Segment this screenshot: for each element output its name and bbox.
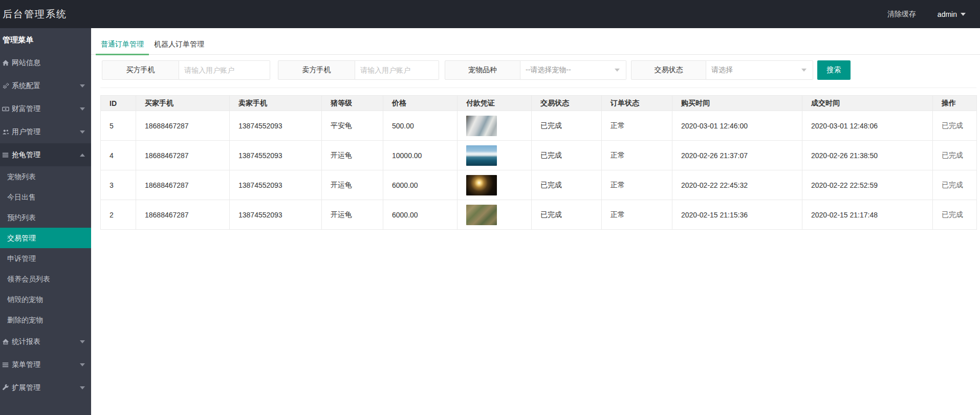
- sidebar-subitem[interactable]: 领养会员列表: [0, 269, 91, 289]
- column-header: 价格: [383, 96, 458, 111]
- sidebar-section-title: 管理菜单: [0, 28, 91, 51]
- voucher-cell: [458, 200, 532, 230]
- chevron-down-icon: [80, 340, 85, 343]
- sidebar-item-6[interactable]: 菜单管理: [0, 353, 91, 376]
- table-body: 51868846728713874552093平安龟500.00已完成正常202…: [101, 111, 977, 230]
- tab-1[interactable]: 机器人订单管理: [149, 38, 209, 55]
- column-header: 猪等级: [322, 96, 383, 111]
- chevron-down-icon: [80, 130, 85, 134]
- table-row: 21868846728713874552093开运龟6000.00已完成正常20…: [101, 200, 977, 230]
- cell-deal_time: 2020-02-22 22:52:59: [802, 170, 933, 200]
- chevron-down-icon: [961, 13, 966, 16]
- cell-order_status: 正常: [602, 170, 672, 200]
- sidebar-item-5[interactable]: 统计报表: [0, 330, 91, 353]
- cell-action: 已完成: [933, 141, 977, 170]
- sidebar-subitem[interactable]: 交易管理: [0, 228, 91, 248]
- orders-table-wrap: ID买家手机卖家手机猪等级价格付款凭证交易状态订单状态购买时间成交时间操作 51…: [100, 95, 976, 230]
- cell-trade_status: 已完成: [532, 111, 602, 141]
- sidebar-subitem[interactable]: 今日出售: [0, 187, 91, 207]
- search-button[interactable]: 搜索: [817, 60, 851, 80]
- wrench-icon: [2, 384, 9, 391]
- cell-seller: 13874552093: [230, 200, 322, 230]
- main-content: 普通订单管理机器人订单管理 买方手机 卖方手机 宠物品种 --请选择宠物-- 交…: [91, 28, 980, 415]
- cell-grade: 开运龟: [322, 170, 383, 200]
- orders-table: ID买家手机卖家手机猪等级价格付款凭证交易状态订单状态购买时间成交时间操作 51…: [100, 95, 977, 230]
- cell-seller: 13874552093: [230, 170, 322, 200]
- chevron-down-icon: [80, 386, 85, 389]
- seller-phone-label: 卖方手机: [278, 60, 355, 80]
- cell-buyer: 18688467287: [136, 200, 230, 230]
- sidebar-item-label: 抢龟管理: [12, 150, 80, 160]
- pet-type-select-value: --请选择宠物--: [526, 65, 571, 75]
- cell-price: 6000.00: [383, 200, 458, 230]
- sidebar-item-0[interactable]: 网站信息: [0, 51, 91, 74]
- pet-type-label: 宠物品种: [445, 60, 520, 80]
- sidebar-item-1[interactable]: 系统配置: [0, 74, 91, 97]
- cell-seller: 13874552093: [230, 141, 322, 170]
- sidebar-item-label: 系统配置: [12, 81, 80, 91]
- cell-deal_time: 2020-02-15 21:17:48: [802, 200, 933, 230]
- cell-id: 4: [101, 141, 136, 170]
- cell-id: 2: [101, 200, 136, 230]
- cell-grade: 平安龟: [322, 111, 383, 141]
- sidebar-subitem[interactable]: 销毁的宠物: [0, 289, 91, 310]
- cell-deal_time: 2020-02-26 21:38:50: [802, 141, 933, 170]
- trade-status-label: 交易状态: [631, 60, 706, 80]
- sidebar-item-label: 统计报表: [12, 337, 80, 346]
- tab-bar: 普通订单管理机器人订单管理: [91, 28, 980, 55]
- cell-id: 3: [101, 170, 136, 200]
- cell-trade_status: 已完成: [532, 141, 602, 170]
- trade-status-select[interactable]: 请选择: [706, 60, 813, 80]
- voucher-cell: [458, 170, 532, 200]
- column-header: 买家手机: [136, 96, 230, 111]
- sidebar-subitem[interactable]: 删除的宠物: [0, 310, 91, 330]
- cell-order_status: 正常: [602, 111, 672, 141]
- cell-id: 5: [101, 111, 136, 141]
- sidebar-subitem[interactable]: 申诉管理: [0, 248, 91, 269]
- table-row: 31868846728713874552093开运龟6000.00已完成正常20…: [101, 170, 977, 200]
- gears-icon: [2, 82, 9, 90]
- sidebar-item-3[interactable]: 用户管理: [0, 120, 91, 143]
- column-header: ID: [101, 96, 136, 111]
- voucher-image-blue-mountain-photo[interactable]: [466, 145, 497, 166]
- cell-buy_time: 2020-03-01 12:46:00: [672, 111, 802, 141]
- sidebar-subitem[interactable]: 宠物列表: [0, 166, 91, 187]
- column-header: 卖家手机: [230, 96, 322, 111]
- filter-bar: 买方手机 卖方手机 宠物品种 --请选择宠物-- 交易状态 请选择 搜索: [102, 60, 980, 80]
- voucher-image-gray-fabric-photo[interactable]: [466, 116, 497, 136]
- cell-buy_time: 2020-02-15 21:15:36: [672, 200, 802, 230]
- user-menu[interactable]: admin: [938, 10, 966, 18]
- sidebar-nav: 网站信息系统配置财富管理用户管理抢龟管理宠物列表今日出售预约列表交易管理申诉管理…: [0, 51, 91, 399]
- column-header: 操作: [933, 96, 977, 111]
- users-icon: [2, 128, 9, 136]
- sidebar-item-4[interactable]: 抢龟管理: [0, 143, 91, 166]
- cell-action: 已完成: [933, 200, 977, 230]
- cell-deal_time: 2020-03-01 12:48:06: [802, 111, 933, 141]
- app-title: 后台管理系统: [0, 8, 67, 21]
- cell-order_status: 正常: [602, 200, 672, 230]
- cell-price: 10000.00: [383, 141, 458, 170]
- clear-cache-link[interactable]: 清除缓存: [887, 10, 916, 19]
- seller-phone-input[interactable]: [355, 60, 439, 80]
- sidebar-item-label: 菜单管理: [12, 360, 80, 369]
- cell-trade_status: 已完成: [532, 200, 602, 230]
- sidebar-subitem[interactable]: 预约列表: [0, 207, 91, 228]
- cell-buyer: 18688467287: [136, 170, 230, 200]
- topbar-right: 清除缓存 admin: [887, 10, 980, 19]
- pet-type-select[interactable]: --请选择宠物--: [520, 60, 626, 80]
- chevron-down-icon: [80, 363, 85, 366]
- menu-icon: [2, 361, 9, 368]
- column-header: 交易状态: [532, 96, 602, 111]
- list-icon: [2, 151, 9, 159]
- sidebar-item-2[interactable]: 财富管理: [0, 97, 91, 120]
- sidebar-item-7[interactable]: 扩展管理: [0, 376, 91, 399]
- cell-action: 已完成: [933, 111, 977, 141]
- voucher-image-dark-sunset-photo[interactable]: [466, 175, 497, 195]
- buyer-phone-input[interactable]: [179, 60, 270, 80]
- chevron-down-icon: [801, 69, 807, 72]
- topbar: 后台管理系统 清除缓存 admin: [0, 0, 980, 28]
- voucher-image-leafy-ground-photo[interactable]: [466, 205, 497, 225]
- home-icon: [2, 59, 9, 67]
- tab-0[interactable]: 普通订单管理: [96, 38, 149, 55]
- cell-action: 已完成: [933, 170, 977, 200]
